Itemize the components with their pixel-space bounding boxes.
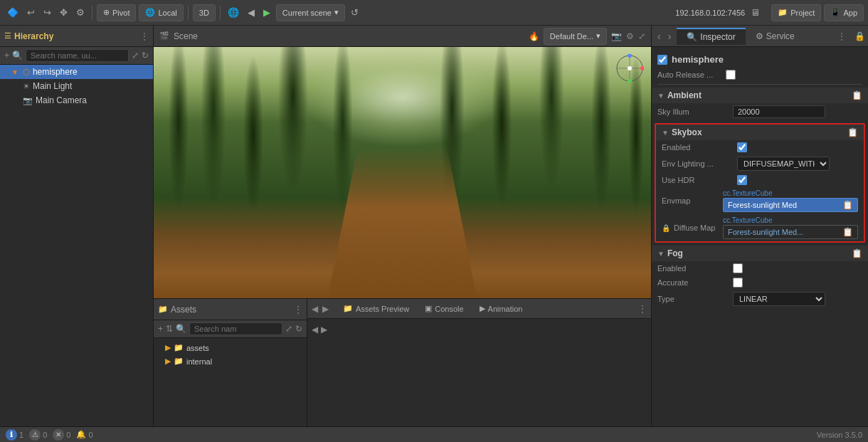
fog-accurate-checkbox[interactable] [733,278,743,288]
lock-icon[interactable]: 🔒 [852,31,868,41]
tab-console[interactable]: ▣ Console [418,302,470,315]
skybox-settings-icon[interactable]: 📋 [847,127,858,137]
assets-tree: ▶ 📁 assets ▶ 📁 internal [154,338,307,426]
add-asset-icon[interactable]: + [158,324,163,334]
fog-type-row: Type LINEAR [652,290,868,308]
tree-item-main-light[interactable]: ☀ Main Light [0,79,153,93]
move-icon[interactable]: ✥ [57,6,70,19]
back-nav-icon[interactable]: ‹ [655,29,664,43]
tab-service[interactable]: ⚙ Service [746,28,805,44]
refresh-assets-icon[interactable]: ↻ [295,324,302,334]
tree-arrow-icon: ▼ [11,68,18,76]
scene-settings-icon[interactable]: ⚙ [626,31,634,41]
ambient-settings-icon[interactable]: 📋 [852,90,862,100]
envmap-ref-container: cc.TextureCube Forest-sunlight Med 📋 [723,189,858,212]
fog-type-select[interactable]: LINEAR [733,292,825,306]
skybox-title: Skybox [672,127,702,137]
refresh-hierarchy-icon[interactable]: ↻ [142,51,149,60]
tree-item-hemisphere[interactable]: ▼ ⬡ hemisphere [0,65,153,79]
env-lighting-select[interactable]: DIFFUSEMAP_WITH... [737,157,830,171]
current-scene-button[interactable]: Current scene ▾ [276,4,345,21]
local-button[interactable]: 🌐 Local [139,4,183,21]
3d-button[interactable]: 3D [193,4,216,21]
bottom-menu-icon[interactable]: ⋮ [638,304,647,314]
play-icon[interactable]: ▶ [260,6,273,19]
error-badge-icon: ✕ [53,429,64,441]
right-buttons: 📁 Project 📱 App [771,4,864,21]
prev-bottom-icon[interactable]: ◀ [312,325,318,335]
tree-item-main-camera[interactable]: 📷 Main Camera [0,93,153,107]
center-area: 🎬 Scene 🔥 Default De... ▾ 📷 ⚙ ⤢ [154,26,651,426]
tab-animation[interactable]: ▶ Animation [472,302,530,315]
warn-badge[interactable]: ⚠ 0 [29,429,47,441]
forest-background [154,47,651,298]
expand-icon[interactable]: ⤢ [132,51,139,60]
fog-enabled-checkbox[interactable] [733,263,743,273]
redo-icon[interactable]: ↪ [41,6,54,19]
info-badge[interactable]: ℹ 1 [6,429,23,441]
maximize-icon[interactable]: ⤢ [638,31,645,41]
use-hdr-checkbox[interactable] [737,175,747,185]
envmap-row: Envmap cc.TextureCube Forest-sunlight Me… [656,187,864,214]
bell-icon: 🔔 [76,430,86,439]
next-tab-icon[interactable]: ▶ [322,304,329,314]
pivot-button[interactable]: ⊕ Pivot [97,4,136,21]
assets-icon: 📁 [158,305,168,314]
local-icon: 🌐 [145,8,155,17]
asset-label: assets [186,344,209,352]
hierarchy-search-input[interactable] [26,49,129,62]
expand-assets-icon[interactable]: ⤢ [285,324,292,334]
add-node-icon[interactable]: + [4,51,9,60]
settings-icon[interactable]: ⚙ [73,6,88,19]
tab-assets-preview[interactable]: 📁 Assets Preview [336,302,416,315]
globe-icon[interactable]: 🌐 [225,6,242,19]
ambient-section-header[interactable]: ▼ Ambient 📋 [652,88,868,103]
select-icon[interactable]: ◀ [245,6,258,19]
fog-title: Fog [667,248,683,258]
error-badge[interactable]: ✕ 0 [53,429,70,441]
sort-icon[interactable]: ⇅ [166,324,173,334]
diffuse-map-value[interactable]: Forest-sunlight Med... 📋 [723,225,858,239]
app-button[interactable]: 📱 App [824,4,864,21]
default-de-button[interactable]: Default De... ▾ [544,28,607,45]
fog-section-header[interactable]: ▼ Fog 📋 [652,246,868,261]
asset-item-assets[interactable]: ▶ 📁 assets [154,341,307,354]
skybox-enabled-label: Enabled [662,143,733,152]
cocos-logo-icon[interactable]: 🔷 [4,6,21,19]
scene-gizmo[interactable] [615,54,644,83]
scene-view[interactable] [154,47,651,298]
camera-settings-icon[interactable]: 📷 [611,31,622,41]
animation-icon: ▶ [480,304,485,313]
auto-release-checkbox[interactable] [726,70,736,80]
inspector-menu-icon[interactable]: ⋮ [832,31,852,41]
envmap-btn-icon[interactable]: 📋 [842,200,853,210]
asset-label: internal [186,357,212,366]
info-badge-icon: ℹ [6,429,17,441]
assets-search-input[interactable] [189,322,282,335]
hierarchy-icon: ☰ [4,31,11,41]
hierarchy-menu-icon[interactable]: ⋮ [140,31,149,41]
assets-menu-icon[interactable]: ⋮ [294,305,302,315]
assets-search-bar: + ⇅ 🔍 ⤢ ↻ [154,320,307,338]
tab-inspector[interactable]: 🔍 Inspector [677,28,745,45]
skybox-section-header[interactable]: ▼ Skybox 📋 [656,125,864,140]
bell-badge[interactable]: 🔔 0 [76,430,92,439]
node-enabled-checkbox[interactable] [657,55,667,65]
folder-arrow-icon: ▶ [165,343,171,352]
screen-icon[interactable]: 🖥 [748,6,763,19]
divider-1 [657,84,862,85]
asset-item-internal[interactable]: ▶ 📁 internal [154,354,307,368]
envmap-value[interactable]: Forest-sunlight Med 📋 [723,198,858,212]
diffuse-map-btn-icon[interactable]: 📋 [842,227,853,237]
forward-nav-icon[interactable]: › [665,29,674,43]
hierarchy-header: ☰ Hierarchy ⋮ [0,26,153,47]
fog-accurate-label: Accurate [657,278,729,287]
skybox-enabled-checkbox[interactable] [737,142,747,152]
next-bottom-icon[interactable]: ▶ [321,325,327,335]
sky-illum-input[interactable] [733,105,825,118]
fog-settings-icon[interactable]: 📋 [852,248,862,258]
prev-tab-icon[interactable]: ◀ [312,304,318,314]
project-button[interactable]: 📁 Project [771,4,821,21]
refresh-icon[interactable]: ↺ [348,6,361,19]
undo-icon[interactable]: ↩ [24,6,38,19]
